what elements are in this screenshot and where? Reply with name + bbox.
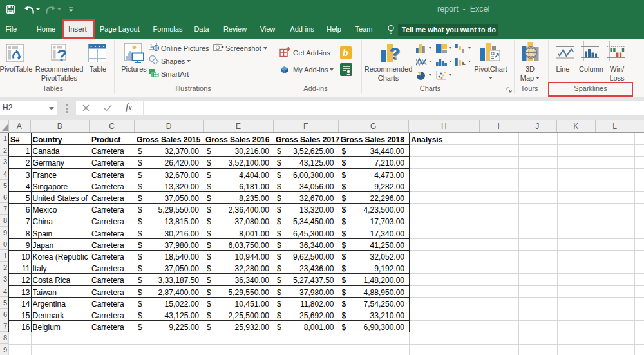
svg-text:?: ? [57, 46, 67, 62]
svg-text:?: ? [390, 44, 400, 63]
svg-text:b: b [343, 48, 348, 58]
